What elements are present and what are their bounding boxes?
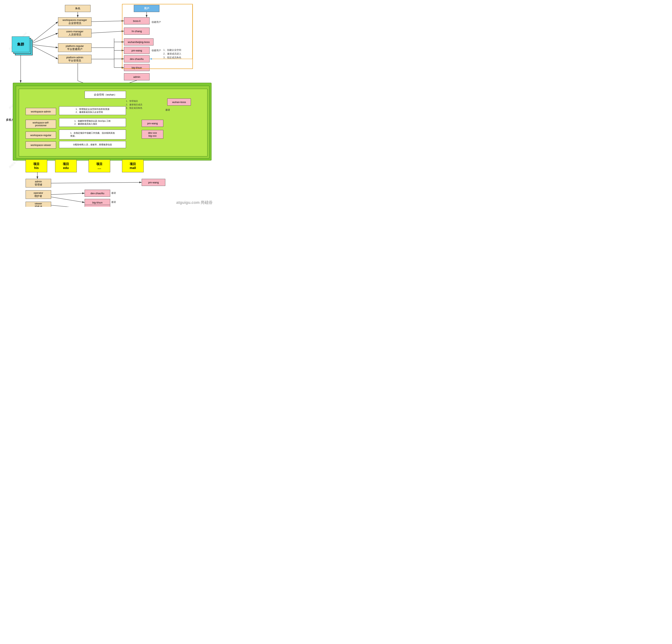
pm-wang-proj-box: pm-wang <box>142 179 165 186</box>
workspaces-manager-box: workspaces-manager 企业管理员 <box>58 17 92 26</box>
ws-self-desc-box: 1、创建和管理项目以及 DevOps 工程 2、邀请新成员加入项目 <box>59 118 126 127</box>
admin-proj-box: admin 管理者 <box>26 179 51 187</box>
svg-line-41 <box>51 197 85 202</box>
pm-wang-ws-box: pm-wang <box>142 120 163 127</box>
svg-line-20 <box>29 33 58 44</box>
wuhan-boss-ws-box: wuhan-boss <box>167 98 191 106</box>
ws-admin-desc-box: 1、管理指定企业空间中的所有资源 2、邀请新成员加入企业空间 <box>59 106 126 115</box>
svg-line-19 <box>29 22 58 44</box>
admin-top-box: admin <box>124 73 149 80</box>
project-his-box: 项目 his <box>26 160 47 172</box>
invite-label-1: 邀请 <box>111 191 116 195</box>
operator-proj-box: operator 维护者 <box>26 190 51 199</box>
ws-viewer-desc-box: 分配给销售人员，老板等，查看集群信息 <box>59 141 126 148</box>
footer: atguigu.com 尚硅谷 <box>176 200 213 205</box>
svg-line-6 <box>92 31 124 33</box>
project-dots-box: 项目 .... <box>88 160 110 172</box>
diagram-container: 尚硅谷 atguigu.com 尚硅谷 atguigu.com 尚硅谷 atgu… <box>0 0 216 207</box>
orange-border-rect <box>122 4 193 69</box>
project-mall-box: 项目 mall <box>122 160 144 172</box>
invite-ws-label: 邀请 <box>165 108 170 112</box>
workspace-viewer-box: workspace-viewer <box>26 141 56 149</box>
role-box: 角色 <box>65 5 91 12</box>
wuhan-boss-proj-box: wuhan-boss <box>85 205 110 207</box>
manage-notes: 1、管理项目 2、邀请项目成员 3、指定成员角色 <box>126 99 142 110</box>
dev-xxx-big-xxx-box: dev-xxx big-xxx <box>142 130 163 139</box>
svg-line-39 <box>51 183 142 183</box>
svg-line-40 <box>51 193 85 195</box>
project-edu-box: 项目 edu <box>55 160 77 172</box>
workspace-self-box: workspace-self- provisioner <box>26 120 56 128</box>
svg-line-5 <box>92 21 124 22</box>
svg-line-22 <box>29 44 58 59</box>
platform-regular-box: platform-regular 平台普通用户 <box>58 43 92 52</box>
svg-line-42 <box>51 205 85 207</box>
cluster-box: 集群 <box>12 36 29 52</box>
workspace-admin-box: workspace-admin <box>26 108 56 115</box>
workspace-regular-box: workspace-regular <box>26 131 56 139</box>
platform-admin-box: platform-admin 平台管理员 <box>58 55 92 63</box>
dev-zhao-liu-proj-box: dev-zhao/liu <box>85 190 110 197</box>
viewer-proj-box: viewer 观察者 <box>26 202 51 207</box>
invite-label-2: 邀请 <box>111 200 116 204</box>
enterprise-space-box: 企业空间（wuhan） <box>85 91 126 98</box>
users-manager-box: users-manager 人员管理员 <box>58 29 92 37</box>
ws-regular-desc-box: 1、在指定项目中创建工作负载、流水线和其他 资源。 <box>59 130 126 139</box>
svg-line-21 <box>29 44 58 48</box>
